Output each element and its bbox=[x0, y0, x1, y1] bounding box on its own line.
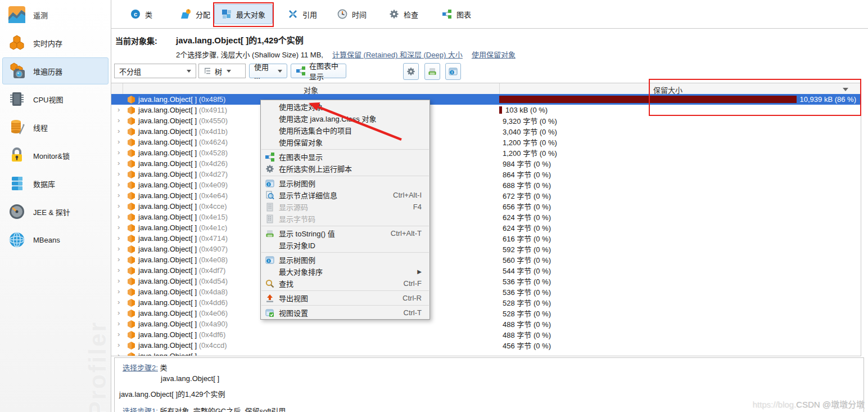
expand-chevron-icon[interactable]: › bbox=[117, 105, 120, 114]
table-row[interactable]: ›java.lang.Object[ ] (0x4e15)624 字节 (0 %… bbox=[111, 212, 861, 222]
expand-chevron-icon[interactable]: › bbox=[117, 223, 120, 231]
tab-5[interactable]: 检查 bbox=[382, 4, 426, 24]
objects-table: 对象 保留大小 java.lang.Object[ ] (0x48f5)10,9… bbox=[111, 83, 861, 356]
table-row[interactable]: ›java.lang.Object[ ] (0x4df6)488 字节 (0 %… bbox=[111, 329, 861, 340]
expand-chevron-icon[interactable]: › bbox=[117, 319, 120, 328]
retained-size-bar bbox=[499, 106, 502, 114]
table-row[interactable]: ›java.lang.Object[ ] (0x4da8)536 字节 (0 %… bbox=[111, 286, 861, 297]
expand-chevron-icon[interactable]: › bbox=[117, 137, 120, 146]
expand-chevron-icon[interactable]: › bbox=[117, 298, 120, 306]
expand-chevron-icon[interactable]: › bbox=[117, 116, 120, 124]
object-array-icon bbox=[128, 256, 135, 264]
references-icon bbox=[288, 9, 298, 19]
table-row[interactable]: ›java.lang.Object[ ] (0x4d1b)3,040 字节 (0… bbox=[111, 126, 861, 137]
sidebar-item-7[interactable]: JEE & 探针 bbox=[2, 198, 108, 225]
menu-item-13[interactable]: 显示 toString() 值Ctrl+Alt-T bbox=[261, 227, 430, 239]
grouping-dropdown[interactable]: 不分组 bbox=[114, 64, 196, 78]
sidebar-item-1[interactable]: 实时内存 bbox=[2, 29, 108, 56]
menu-item-17[interactable]: 最大对象排序▶ bbox=[261, 266, 430, 277]
table-row[interactable]: ›java.lang.Object[ ] (0x4d27)864 字节 (0 %… bbox=[111, 169, 861, 180]
expand-chevron-icon[interactable]: › bbox=[117, 308, 120, 317]
source-icon bbox=[265, 203, 274, 212]
expand-chevron-icon[interactable]: › bbox=[117, 287, 120, 295]
menu-item-18[interactable]: 查找Ctrl-F bbox=[261, 277, 430, 289]
expand-chevron-icon[interactable]: › bbox=[117, 180, 120, 189]
expand-chevron-icon[interactable]: › bbox=[117, 201, 120, 210]
table-row[interactable]: ›java.lang.Object[ ] (0x4714)616 字节 (0 %… bbox=[111, 233, 861, 244]
retained-size-cell: 624 字节 (0 %) bbox=[499, 212, 861, 222]
tab-6[interactable]: 图表 bbox=[435, 4, 478, 24]
expand-chevron-icon[interactable]: › bbox=[117, 351, 120, 356]
menu-item-label: 显示节点详细信息 bbox=[279, 190, 337, 200]
expand-chevron-icon[interactable]: › bbox=[117, 127, 120, 135]
table-row[interactable]: ›java.lang.Object[ ] bbox=[111, 351, 861, 356]
menu-item-14[interactable]: 显示对象ID bbox=[261, 239, 430, 251]
expand-chevron-icon[interactable]: › bbox=[117, 169, 120, 178]
menu-item-16[interactable]: i显示树图例 bbox=[261, 254, 430, 266]
expand-chevron-icon[interactable]: › bbox=[117, 212, 120, 221]
table-row[interactable]: ›java.lang.Object[ ] (0x4e09)688 字节 (0 %… bbox=[111, 180, 861, 190]
expand-chevron-icon[interactable]: › bbox=[117, 276, 120, 285]
view-mode-dropdown[interactable]: 树 bbox=[198, 64, 246, 78]
selection-step2-link[interactable]: 选择步骤2: bbox=[123, 364, 158, 372]
menu-item-label: 显示源码 bbox=[279, 201, 308, 212]
table-row[interactable]: ›java.lang.Object[ ] (0x4ccd)456 字节 (0 %… bbox=[111, 340, 861, 351]
menu-item-5[interactable]: 在图表中显示 bbox=[261, 151, 430, 163]
sidebar-item-label: 堆遍历器 bbox=[33, 66, 62, 77]
use-retained-objects-link[interactable]: 使用保留对象 bbox=[472, 51, 516, 59]
table-row[interactable]: ›java.lang.Object[ ] (0x4e08)560 字节 (0 %… bbox=[111, 254, 861, 265]
expand-chevron-icon[interactable]: › bbox=[117, 341, 120, 349]
retained-size-cell: 9,320 字节 (0 %) bbox=[499, 115, 861, 126]
sidebar-item-6[interactable]: 数据库 bbox=[2, 170, 108, 197]
table-row[interactable]: ›java.lang.Object[ ] (0x4a90)488 字节 (0 %… bbox=[111, 319, 861, 329]
table-row[interactable]: ›java.lang.Object[ ] (0x4e1c)624 字节 (0 %… bbox=[111, 222, 861, 233]
table-row[interactable]: ›java.lang.Object[ ] (0x4e64)672 字节 (0 %… bbox=[111, 190, 861, 201]
tab-1[interactable]: 分配 bbox=[174, 4, 218, 24]
expand-chevron-icon[interactable]: › bbox=[117, 266, 120, 274]
tab-label: 类 bbox=[145, 9, 152, 20]
expand-chevron-icon[interactable]: › bbox=[117, 148, 120, 156]
calculate-retained-link[interactable]: 计算保留 (Retained) 和深层 (Deep) 大小 bbox=[332, 51, 463, 59]
table-row[interactable]: ›java.lang.Object[ ] (0x4624)1,200 字节 (0… bbox=[111, 137, 861, 147]
table-row[interactable]: ›java.lang.Object[ ] (0x4528)1,200 字节 (0… bbox=[111, 147, 861, 158]
menu-item-label: 导出视图 bbox=[279, 293, 308, 303]
tab-4[interactable]: 时间 bbox=[330, 4, 374, 24]
selection-step1-link[interactable]: 选择步骤1: bbox=[123, 407, 158, 412]
sidebar-item-5[interactable]: Monitor&锁 bbox=[2, 142, 108, 169]
sidebar-item-3[interactable]: CPU视图 bbox=[2, 86, 108, 113]
table-row[interactable]: ›java.lang.Object[ ] (0x4e06)528 字节 (0 %… bbox=[111, 308, 861, 319]
tab-3[interactable]: 引用 bbox=[281, 4, 324, 24]
view-settings-button[interactable] bbox=[403, 63, 419, 80]
sidebar-item-8[interactable]: MBeans bbox=[2, 226, 108, 253]
menu-item-8[interactable]: i显示树图例 bbox=[261, 177, 430, 189]
legend-button[interactable]: i bbox=[445, 63, 461, 80]
sidebar-item-2[interactable]: 堆遍历器 bbox=[2, 57, 108, 84]
tab-label: 时间 bbox=[352, 9, 367, 20]
sidebar-item-0[interactable]: 遥测 bbox=[2, 1, 108, 28]
retained-size-value: 656 字节 (0 %) bbox=[503, 201, 551, 212]
expand-chevron-icon[interactable]: › bbox=[117, 159, 120, 167]
menu-item-6[interactable]: 在所选实例上运行脚本 bbox=[261, 163, 430, 174]
table-row[interactable]: ›java.lang.Object[ ] (0x4d26)984 字节 (0 %… bbox=[111, 158, 861, 169]
menu-item-9[interactable]: 显示节点详细信息Ctrl+Alt-I bbox=[261, 189, 430, 201]
show-in-graph-button[interactable]: 在图表中显示 bbox=[291, 64, 346, 78]
retained-size-value: 1,200 字节 (0 %) bbox=[503, 137, 557, 147]
table-row[interactable]: ›java.lang.Object[ ] (0x4d54)536 字节 (0 %… bbox=[111, 276, 861, 286]
menu-item-label: 显示字节码 bbox=[279, 213, 315, 224]
table-row[interactable]: ›java.lang.Object[ ] (0x4550)9,320 字节 (0… bbox=[111, 115, 861, 126]
expand-chevron-icon[interactable]: › bbox=[117, 330, 120, 338]
table-row[interactable]: ›java.lang.Object[ ] (0x4cce)656 字节 (0 %… bbox=[111, 201, 861, 212]
menu-item-22[interactable]: 视图设置Ctrl-T bbox=[261, 307, 430, 319]
expand-chevron-icon[interactable]: › bbox=[117, 191, 120, 199]
sidebar-item-4[interactable]: 线程 bbox=[2, 114, 108, 141]
tostring-button[interactable] bbox=[424, 63, 440, 80]
menu-item-20[interactable]: 导出视图Ctrl-R bbox=[261, 292, 430, 304]
expand-chevron-icon[interactable]: › bbox=[117, 234, 120, 242]
table-row[interactable]: ›java.lang.Object[ ] (0x4907)592 字节 (0 %… bbox=[111, 244, 861, 254]
expand-chevron-icon[interactable]: › bbox=[117, 244, 120, 253]
tab-0[interactable]: c类 bbox=[123, 4, 160, 24]
table-row[interactable]: ›java.lang.Object[ ] (0x4df7)544 字节 (0 %… bbox=[111, 265, 861, 276]
use-button[interactable]: 使用 ... bbox=[249, 64, 287, 78]
expand-chevron-icon[interactable]: › bbox=[117, 255, 120, 263]
table-row[interactable]: ›java.lang.Object[ ] (0x4dd6)528 字节 (0 %… bbox=[111, 297, 861, 308]
